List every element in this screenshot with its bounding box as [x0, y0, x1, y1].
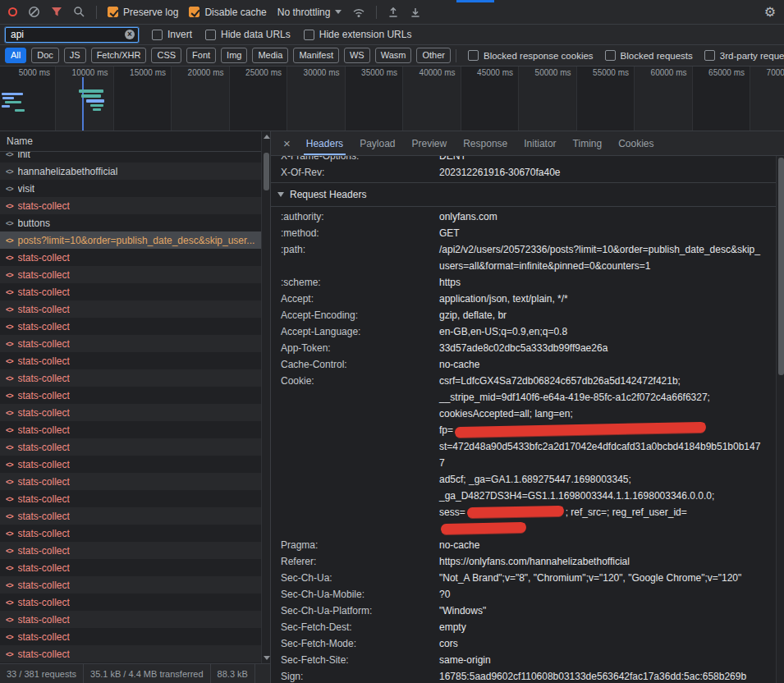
blocked-requests-checkbox[interactable]: Blocked requests	[605, 50, 693, 61]
request-row[interactable]: <>stats-collect	[0, 249, 261, 266]
filter-pill-css[interactable]: CSS	[151, 48, 181, 63]
filter-pill-js[interactable]: JS	[64, 48, 86, 63]
header-name: X-Of-Rev:	[281, 164, 439, 181]
header-row: Sec-Fetch-Site:same-origin	[271, 652, 776, 668]
request-headers-section-header[interactable]: Request Headers	[271, 185, 776, 204]
filter-pill-fetch-xhr[interactable]: Fetch/XHR	[91, 48, 147, 63]
network-overview-timeline[interactable]: 5000 ms10000 ms15000 ms20000 ms25000 ms3…	[0, 66, 784, 131]
blocked-response-cookies-checkbox[interactable]: Blocked response cookies	[468, 50, 594, 61]
preserve-log-checkbox[interactable]: Preserve log	[108, 7, 178, 18]
toolbar-divider	[376, 6, 377, 19]
invert-checkbox[interactable]: Invert	[152, 29, 192, 40]
request-row[interactable]: <>stats-collect	[0, 197, 261, 214]
tab-payload[interactable]: Payload	[351, 131, 403, 155]
request-row[interactable]: <>stats-collect	[0, 645, 261, 662]
request-row[interactable]: <>visit	[0, 180, 261, 197]
timeline-tick: 50000 ms	[519, 66, 577, 131]
tab-initiator[interactable]: Initiator	[516, 131, 564, 155]
request-row[interactable]: <>posts?limit=10&order=publish_date_desc…	[0, 231, 261, 249]
request-row[interactable]: <>stats-collect	[0, 456, 261, 473]
request-type-icon: <>	[6, 461, 13, 469]
request-row[interactable]: <>stats-collect	[0, 387, 261, 404]
request-list-scrollbar[interactable]	[261, 131, 270, 663]
request-name-label: stats-collect	[18, 321, 70, 332]
request-row[interactable]: <>stats-collect	[0, 318, 261, 335]
record-button[interactable]	[8, 7, 17, 16]
filter-icon[interactable]	[51, 7, 62, 17]
close-details-icon[interactable]: ×	[276, 131, 298, 155]
filter-pill-wasm[interactable]: Wasm	[375, 48, 412, 63]
filter-pill-manifest[interactable]: Manifest	[293, 48, 339, 63]
request-name-label: stats-collect	[18, 459, 70, 470]
filter-input[interactable]	[11, 29, 125, 40]
request-row[interactable]: <>stats-collect	[0, 525, 261, 542]
filter-pill-media[interactable]: Media	[252, 48, 288, 63]
filter-pill-other[interactable]: Other	[416, 48, 451, 63]
request-row[interactable]: <>stats-collect	[0, 369, 261, 387]
request-row[interactable]: <>stats-collect	[0, 611, 261, 628]
hide-extension-urls-checkbox[interactable]: Hide extension URLs	[304, 29, 412, 40]
filter-pill-font[interactable]: Font	[186, 48, 216, 63]
filter-pill-doc[interactable]: Doc	[31, 48, 59, 63]
request-row[interactable]: <>stats-collect	[0, 628, 261, 645]
scrollbar-thumb[interactable]	[778, 158, 784, 375]
request-row[interactable]: <>stats-collect	[0, 335, 261, 352]
request-row[interactable]: <>stats-collect	[0, 559, 261, 576]
timeline-tick: 45000 ms	[461, 66, 520, 131]
request-row[interactable]: <>stats-collect	[0, 473, 261, 490]
filter-pill-ws[interactable]: WS	[344, 48, 370, 63]
header-value: DENY	[439, 156, 776, 164]
request-row[interactable]: <>stats-collect	[0, 438, 261, 456]
request-row[interactable]: <>stats-collect	[0, 594, 261, 611]
header-row: X-Of-Rev: 202312261916-30670fa40e	[271, 164, 776, 181]
request-row[interactable]: <>stats-collect	[0, 507, 261, 525]
timeline-tick: 55000 ms	[577, 66, 635, 131]
timeline-tick-label: 30000 ms	[304, 68, 340, 77]
request-row[interactable]: <>stats-collect	[0, 300, 261, 318]
request-name-label: posts?limit=10&order=publish_date_desc&s…	[18, 235, 255, 246]
settings-gear-icon[interactable]: ⚙	[764, 6, 776, 19]
network-conditions-icon[interactable]	[352, 7, 365, 18]
request-row[interactable]: <>stats-collect	[0, 283, 261, 300]
tab-cookies[interactable]: Cookies	[610, 131, 662, 155]
import-har-icon[interactable]	[387, 7, 399, 18]
request-row[interactable]: <>stats-collect	[0, 421, 261, 438]
filter-input-box[interactable]: ×	[5, 27, 139, 43]
export-har-icon[interactable]	[410, 7, 421, 18]
filter-pill-all[interactable]: All	[5, 48, 26, 63]
3rd-party-requests-checkbox[interactable]: 3rd-party requests	[704, 50, 784, 61]
tab-headers[interactable]: Headers	[298, 131, 351, 155]
tab-timing[interactable]: Timing	[565, 131, 611, 155]
request-row[interactable]: <>stats-collect	[0, 490, 261, 507]
disable-cache-checkbox[interactable]: Disable cache	[189, 7, 266, 18]
preserve-log-label: Preserve log	[123, 7, 178, 18]
scrollbar-thumb[interactable]	[264, 153, 269, 190]
transferred-size: 35.1 kB / 4.4 MB transferred	[84, 664, 211, 683]
throttling-select[interactable]: No throttling	[277, 7, 342, 18]
tab-preview[interactable]: Preview	[404, 131, 456, 155]
request-row[interactable]: <>stats-collect	[0, 266, 261, 283]
header-name: Accept-Encoding:	[281, 307, 439, 323]
search-icon[interactable]	[73, 6, 85, 18]
name-column-header[interactable]: Name	[0, 131, 270, 152]
header-name: Referer:	[281, 553, 439, 570]
scroll-down-arrow-icon[interactable]	[264, 656, 270, 660]
request-row[interactable]: <>hannahelizabethofficial	[0, 163, 261, 180]
request-row[interactable]: <>init	[0, 152, 261, 163]
request-row[interactable]: <>buttons	[0, 214, 261, 231]
request-row[interactable]: <>stats-collect	[0, 404, 261, 421]
details-scrollbar[interactable]	[776, 156, 784, 683]
header-value: same-origin	[439, 652, 776, 668]
network-summary-bar: 33 / 381 requests 35.1 kB / 4.4 MB trans…	[0, 663, 270, 683]
hide-data-urls-checkbox[interactable]: Hide data URLs	[205, 29, 291, 40]
header-name: Sec-Fetch-Dest:	[281, 619, 439, 635]
request-type-icon: <>	[6, 581, 13, 589]
request-row[interactable]: <>stats-collect	[0, 352, 261, 369]
request-row[interactable]: <>stats-collect	[0, 576, 261, 594]
request-row[interactable]: <>stats-collect	[0, 542, 261, 559]
clear-filter-icon[interactable]: ×	[125, 30, 135, 39]
filter-pill-img[interactable]: Img	[221, 48, 247, 63]
scroll-up-arrow-icon[interactable]	[264, 135, 270, 139]
clear-icon[interactable]	[28, 6, 40, 18]
tab-response[interactable]: Response	[455, 131, 516, 155]
